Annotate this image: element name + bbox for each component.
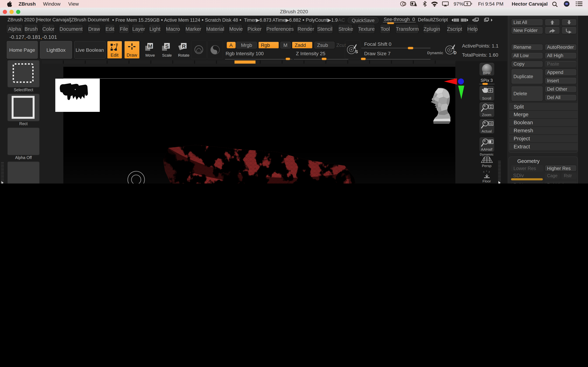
svg-text:x1: x1 [489, 122, 492, 125]
svg-text:R: R [182, 43, 186, 49]
svg-text:S: S [355, 50, 358, 54]
svg-text:S: S [165, 43, 169, 49]
svg-text:D: D [454, 50, 457, 55]
svg-text:M: M [148, 43, 152, 49]
